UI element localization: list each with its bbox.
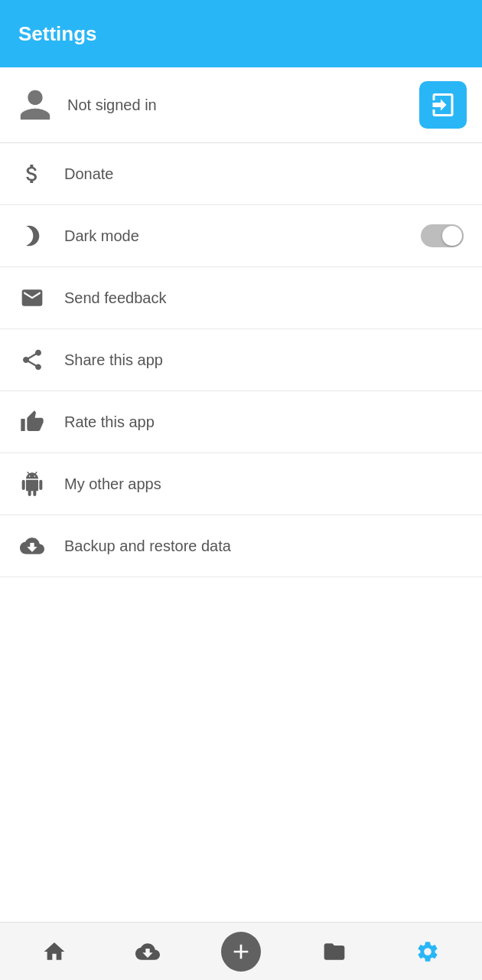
nav-item-add[interactable] [194,932,288,972]
dark-mode-toggle[interactable] [421,224,464,247]
toggle-thumb [442,226,462,246]
add-button-circle [221,932,261,972]
menu-label-share-app: Share this app [64,351,464,369]
menu-item-send-feedback[interactable]: Send feedback [0,267,482,329]
moon-icon [18,222,46,250]
email-icon [18,284,46,312]
backup-icon [18,532,46,560]
nav-item-settings[interactable] [381,923,474,980]
user-status: Not signed in [67,96,407,114]
nav-item-home[interactable] [8,923,101,980]
menu-item-backup-restore[interactable]: Backup and restore data [0,515,482,577]
thumbsup-icon [18,408,46,436]
menu-item-rate-app[interactable]: Rate this app [0,391,482,453]
donate-icon [18,160,46,188]
menu-item-other-apps[interactable]: My other apps [0,453,482,515]
menu-label-other-apps: My other apps [64,475,464,493]
menu-item-share-app[interactable]: Share this app [0,329,482,391]
menu-item-donate[interactable]: Donate [0,143,482,205]
menu-list: Donate Dark mode Send feedback Share thi… [0,143,482,922]
sign-in-button[interactable] [419,81,467,129]
app-header: Settings [0,0,482,67]
nav-item-folder[interactable] [288,923,381,980]
user-section: Not signed in [0,67,482,143]
bottom-navigation [0,922,482,980]
menu-item-dark-mode[interactable]: Dark mode [0,205,482,267]
nav-item-download[interactable] [101,923,194,980]
share-icon [18,346,46,374]
menu-label-dark-mode: Dark mode [64,227,402,245]
menu-label-rate-app: Rate this app [64,413,464,431]
android-icon [18,470,46,498]
avatar [15,85,55,125]
page-title: Settings [18,22,97,46]
menu-label-send-feedback: Send feedback [64,289,464,307]
menu-label-backup-restore: Backup and restore data [64,537,464,555]
menu-label-donate: Donate [64,165,464,183]
